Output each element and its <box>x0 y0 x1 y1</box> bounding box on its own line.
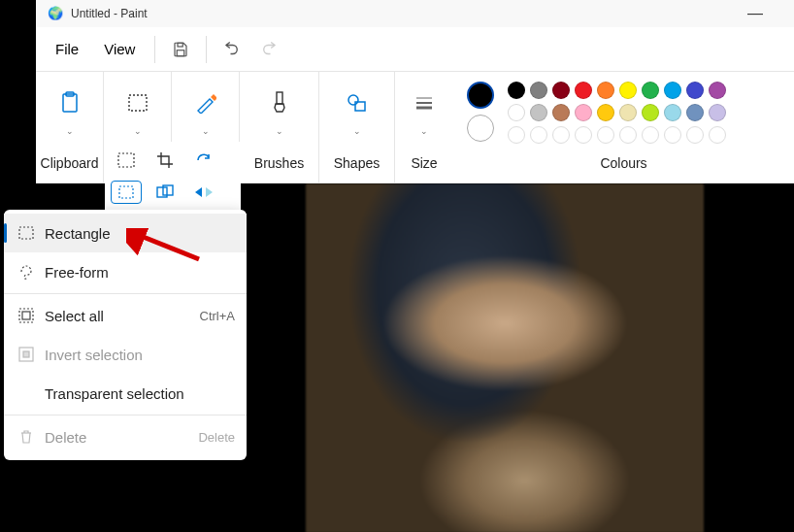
brush-icon <box>272 85 287 120</box>
crop-icon[interactable] <box>149 149 181 172</box>
chevron-down-icon: ⌄ <box>276 126 283 136</box>
svg-rect-12 <box>119 186 133 198</box>
canvas-image <box>306 183 704 532</box>
menu-bar: File View <box>36 27 794 72</box>
freeform-selection-item[interactable]: Free-form <box>4 252 247 291</box>
colour-swatch[interactable] <box>709 104 726 121</box>
separator <box>206 36 207 63</box>
select-all-item[interactable]: Select all Ctrl+A <box>4 296 247 335</box>
transparent-label: Transparent selection <box>45 385 184 402</box>
colour-swatch[interactable] <box>552 104 570 121</box>
invert-selection-item: Invert selection <box>4 335 247 374</box>
size-icon <box>414 85 434 120</box>
redo-button[interactable] <box>253 34 284 65</box>
rectangle-label: Rectangle <box>45 225 111 242</box>
tools-icon <box>195 85 216 120</box>
colour-palette <box>508 82 726 144</box>
select-all-icon <box>16 308 37 323</box>
colour-swatch[interactable] <box>642 104 659 121</box>
delete-item: Delete Delete <box>4 417 247 456</box>
colour-swatch[interactable] <box>664 126 681 144</box>
colour-swatch[interactable] <box>575 104 592 121</box>
view-menu[interactable]: View <box>94 35 145 63</box>
colour-swatch[interactable] <box>597 126 614 144</box>
chevron-down-icon: ⌄ <box>134 126 142 136</box>
save-button[interactable] <box>165 34 196 65</box>
colour-swatch[interactable] <box>686 104 704 121</box>
select-icon <box>127 85 149 120</box>
colours-label: Colours <box>467 155 780 171</box>
rectangle-selection-item[interactable]: Rectangle <box>4 214 247 252</box>
colour-swatch[interactable] <box>686 126 704 144</box>
selection-active-icon[interactable] <box>111 181 142 204</box>
flip-icon[interactable] <box>188 181 219 204</box>
colour-swatch[interactable] <box>686 82 704 99</box>
colour-swatch[interactable] <box>530 126 547 144</box>
minimize-button[interactable]: — <box>744 5 767 22</box>
transparent-selection-item[interactable]: Transparent selection <box>4 374 247 413</box>
select-all-shortcut: Ctrl+A <box>200 309 235 323</box>
shapes-label: Shapes <box>334 155 380 171</box>
separator <box>154 36 155 63</box>
clipboard-group[interactable]: ⌄ Clipboard <box>36 72 104 183</box>
file-menu[interactable]: File <box>46 35 88 63</box>
colour-swatch[interactable] <box>508 104 525 121</box>
colour-swatch[interactable] <box>709 82 726 99</box>
chevron-down-icon: ⌄ <box>420 126 428 136</box>
svg-rect-11 <box>118 153 134 167</box>
chevron-down-icon: ⌄ <box>353 126 361 136</box>
delete-shortcut: Delete <box>198 430 235 445</box>
rectangle-icon <box>16 226 37 240</box>
colours-group: Colours <box>453 72 794 183</box>
rotate-icon[interactable] <box>188 149 219 172</box>
secondary-colour[interactable] <box>467 115 494 142</box>
size-label: Size <box>411 155 437 171</box>
svg-rect-15 <box>19 227 33 239</box>
colour-swatch[interactable] <box>664 104 681 121</box>
colour-swatch[interactable] <box>530 104 547 121</box>
undo-button[interactable] <box>216 34 248 65</box>
colour-swatch[interactable] <box>619 82 637 99</box>
title-bar: 🌍 Untitled - Paint — <box>36 0 794 27</box>
separator <box>4 293 247 294</box>
colour-swatch[interactable] <box>508 126 525 144</box>
colour-swatch[interactable] <box>575 82 592 99</box>
invert-icon <box>16 347 37 362</box>
separator <box>4 415 247 416</box>
colour-swatch[interactable] <box>664 82 681 99</box>
select-all-label: Select all <box>45 308 104 324</box>
svg-rect-16 <box>19 309 33 322</box>
colour-swatch[interactable] <box>575 126 592 144</box>
svg-rect-4 <box>129 95 147 111</box>
colour-swatch[interactable] <box>619 104 637 121</box>
colour-swatch[interactable] <box>597 104 614 121</box>
delete-label: Delete <box>45 429 86 446</box>
size-group[interactable]: ⌄ Size <box>395 72 453 183</box>
primary-colour[interactable] <box>467 82 494 109</box>
colour-swatch[interactable] <box>508 82 525 99</box>
colour-swatch[interactable] <box>642 126 659 144</box>
colour-swatch[interactable] <box>642 82 659 99</box>
shapes-group[interactable]: ⌄ Shapes <box>319 72 395 183</box>
resize-icon[interactable] <box>149 181 181 204</box>
clipboard-icon <box>60 85 80 120</box>
colour-swatch[interactable] <box>530 82 547 99</box>
brushes-group[interactable]: ⌄ Brushes <box>240 72 319 183</box>
colour-swatch[interactable] <box>597 82 614 99</box>
colour-swatch[interactable] <box>619 126 637 144</box>
svg-rect-1 <box>178 50 185 55</box>
shapes-icon <box>346 85 369 120</box>
select-dropdown: Rectangle Free-form Select all Ctrl+A In… <box>4 210 247 460</box>
invert-label: Invert selection <box>45 347 143 363</box>
colour-swatch[interactable] <box>552 126 570 144</box>
svg-rect-0 <box>178 43 182 47</box>
colour-swatch[interactable] <box>709 126 726 144</box>
chevron-down-icon: ⌄ <box>202 126 210 136</box>
select-tool-icon[interactable] <box>111 149 142 172</box>
colour-swatch[interactable] <box>552 82 570 99</box>
clipboard-label: Clipboard <box>41 155 99 171</box>
image-tools-row <box>105 142 241 210</box>
svg-rect-5 <box>277 92 282 104</box>
chevron-down-icon: ⌄ <box>66 126 74 136</box>
svg-rect-19 <box>23 351 29 357</box>
